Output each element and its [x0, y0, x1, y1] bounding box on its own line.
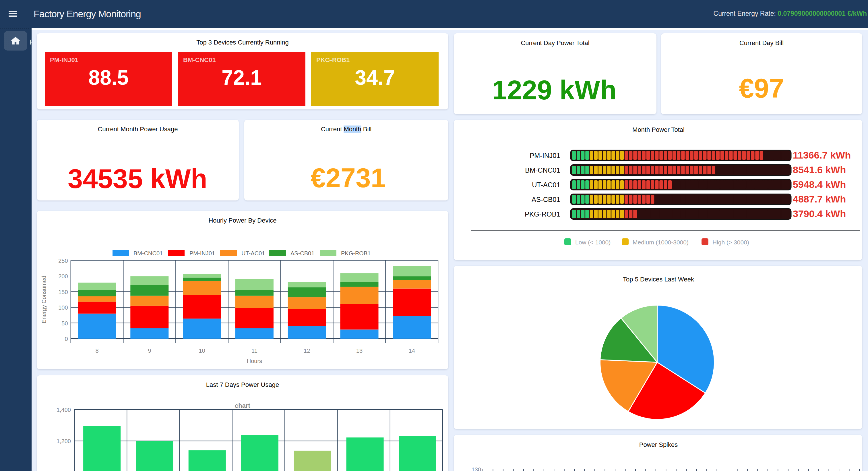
svg-text:13: 13: [356, 348, 363, 354]
svg-text:50: 50: [61, 320, 68, 327]
svg-text:14: 14: [409, 348, 415, 354]
svg-text:AS-CB01: AS-CB01: [290, 250, 314, 257]
svg-text:BM-CNC01: BM-CNC01: [525, 166, 560, 174]
svg-text:12: 12: [304, 348, 310, 354]
svg-text:200: 200: [58, 273, 68, 279]
svg-text:10: 10: [198, 348, 205, 354]
svg-text:PM-INJ01: PM-INJ01: [189, 250, 215, 257]
svg-text:High (> 3000): High (> 3000): [712, 239, 749, 245]
svg-text:Energy Consumed: Energy Consumed: [41, 276, 47, 323]
svg-text:130: 130: [472, 466, 481, 471]
svg-text:Medium (1000-3000): Medium (1000-3000): [632, 239, 689, 245]
svg-text:1,400: 1,400: [57, 407, 71, 413]
svg-text:PKG-ROB1: PKG-ROB1: [341, 250, 371, 257]
svg-text:11: 11: [251, 348, 257, 354]
svg-text:8541.6 kWh: 8541.6 kWh: [793, 164, 846, 175]
svg-text:4887.7 kWh: 4887.7 kWh: [793, 194, 846, 205]
svg-text:AS-CB01: AS-CB01: [532, 196, 560, 203]
svg-text:9: 9: [148, 348, 151, 354]
svg-text:250: 250: [58, 258, 68, 264]
svg-text:100: 100: [58, 304, 68, 311]
svg-text:0: 0: [65, 336, 68, 342]
svg-text:Low (< 1000): Low (< 1000): [575, 239, 611, 245]
svg-text:3790.4 kWh: 3790.4 kWh: [793, 208, 846, 219]
svg-text:UT-AC01: UT-AC01: [532, 181, 560, 189]
svg-text:8: 8: [95, 348, 98, 354]
svg-text:UT-AC01: UT-AC01: [241, 250, 265, 257]
svg-text:1,200: 1,200: [57, 438, 71, 444]
svg-text:150: 150: [58, 289, 68, 295]
svg-text:5948.4 kWh: 5948.4 kWh: [793, 179, 846, 190]
svg-text:PKG-ROB1: PKG-ROB1: [525, 210, 560, 218]
svg-text:11366.7 kWh: 11366.7 kWh: [793, 150, 851, 160]
svg-text:Hours: Hours: [247, 358, 262, 364]
svg-text:BM-CNC01: BM-CNC01: [133, 250, 163, 257]
svg-text:PM-INJ01: PM-INJ01: [530, 152, 560, 159]
